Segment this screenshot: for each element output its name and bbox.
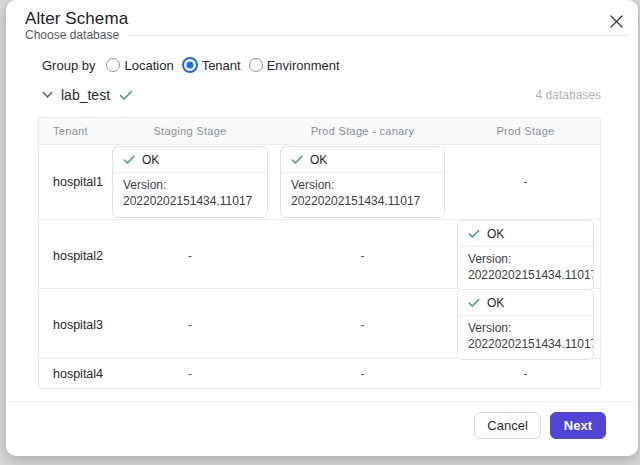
column-header-tenant: Tenant xyxy=(39,118,106,144)
version-label: Version: xyxy=(468,321,583,337)
table-row: hospital3 - - OK Version: xyxy=(39,288,600,358)
status-card[interactable]: OK Version: 20220202151434.11017 xyxy=(457,289,594,360)
stage-cell: - xyxy=(451,359,600,388)
version-value: 20220202151434.11017 xyxy=(468,337,583,353)
stage-cell: - xyxy=(274,289,451,360)
version-label: Version: xyxy=(468,252,583,268)
status-label: OK xyxy=(487,227,504,241)
stage-cell: - xyxy=(274,220,451,291)
page-background: Alter Schema Choose database Group by Lo… xyxy=(0,0,640,465)
stage-cell: - xyxy=(106,220,274,291)
radio-tenant-label: Tenant xyxy=(202,58,241,73)
stage-cell: OK Version: 20220202151434.11017 xyxy=(106,145,274,219)
check-icon xyxy=(468,298,480,308)
version-value: 20220202151434.11017 xyxy=(123,194,257,210)
empty-stage-dash: - xyxy=(188,249,192,263)
table-header-row: Tenant Staging Stage Prod Stage - canary… xyxy=(39,118,600,144)
empty-stage-dash: - xyxy=(524,367,528,381)
empty-stage-dash: - xyxy=(188,367,192,381)
radio-environment[interactable]: Environment xyxy=(249,58,340,73)
subtitle-divider: Choose database xyxy=(25,28,630,42)
dialog-title: Alter Schema xyxy=(25,9,128,29)
column-header-staging: Staging Stage xyxy=(106,118,274,144)
radio-circle-icon xyxy=(249,58,263,72)
status-card[interactable]: OK Version: 20220202151434.11017 xyxy=(280,146,445,217)
check-icon xyxy=(468,229,480,239)
version-label: Version: xyxy=(123,178,257,194)
footer-divider xyxy=(6,401,638,402)
divider-line xyxy=(129,35,630,36)
footer-actions: Cancel Next xyxy=(474,412,606,439)
radio-circle-icon xyxy=(182,57,198,73)
radio-location[interactable]: Location xyxy=(106,58,173,73)
empty-stage-dash: - xyxy=(361,367,365,381)
tenant-name: hospital4 xyxy=(39,359,106,388)
check-icon xyxy=(291,155,303,165)
version-label: Version: xyxy=(291,178,434,194)
radio-location-label: Location xyxy=(124,58,173,73)
dialog-subtitle: Choose database xyxy=(25,28,119,42)
tenant-name: hospital2 xyxy=(39,220,106,291)
status-label: OK xyxy=(310,153,327,167)
stage-cell: - xyxy=(106,359,274,388)
status-card[interactable]: OK Version: 20220202151434.11017 xyxy=(112,146,268,217)
stage-cell: OK Version: 20220202151434.11017 xyxy=(274,145,451,219)
group-by-controls: Group by Location Tenant Environment xyxy=(42,57,348,73)
database-count: 4 databases xyxy=(536,88,601,102)
empty-stage-dash: - xyxy=(188,318,192,332)
database-group-name[interactable]: lab_test xyxy=(61,87,110,103)
column-header-prod-canary: Prod Stage - canary xyxy=(274,118,451,144)
check-icon xyxy=(123,155,135,165)
tenant-name: hospital1 xyxy=(39,145,106,219)
table-row: hospital1 OK Version: 20220202151434.110… xyxy=(39,144,600,219)
table-row: hospital4 - - - xyxy=(39,358,600,388)
stage-cell: - xyxy=(106,289,274,360)
stage-cell: - xyxy=(451,145,600,219)
cancel-button[interactable]: Cancel xyxy=(474,412,540,439)
tenant-name: hospital3 xyxy=(39,289,106,360)
stage-cell: - xyxy=(274,359,451,388)
radio-tenant[interactable]: Tenant xyxy=(182,57,241,73)
empty-stage-dash: - xyxy=(361,318,365,332)
table-row: hospital2 - - OK Version: xyxy=(39,219,600,288)
database-group-row: lab_test 4 databases xyxy=(42,87,601,103)
databases-table: Tenant Staging Stage Prod Stage - canary… xyxy=(38,117,601,389)
radio-environment-label: Environment xyxy=(267,58,340,73)
version-value: 20220202151434.11017 xyxy=(468,268,583,284)
column-header-prod: Prod Stage xyxy=(451,118,600,144)
chevron-down-icon[interactable] xyxy=(42,91,53,99)
status-label: OK xyxy=(487,296,504,310)
group-success-check-icon xyxy=(119,90,133,101)
version-value: 20220202151434.11017 xyxy=(291,194,434,210)
radio-circle-icon xyxy=(106,58,120,72)
empty-stage-dash: - xyxy=(524,175,528,189)
group-by-label: Group by xyxy=(42,58,95,73)
next-button[interactable]: Next xyxy=(550,412,606,439)
status-card[interactable]: OK Version: 20220202151434.11017 xyxy=(457,220,594,291)
status-label: OK xyxy=(142,153,159,167)
empty-stage-dash: - xyxy=(361,249,365,263)
stage-cell: OK Version: 20220202151434.11017 xyxy=(451,289,600,360)
alter-schema-dialog: Alter Schema Choose database Group by Lo… xyxy=(6,0,638,456)
stage-cell: OK Version: 20220202151434.11017 xyxy=(451,220,600,291)
